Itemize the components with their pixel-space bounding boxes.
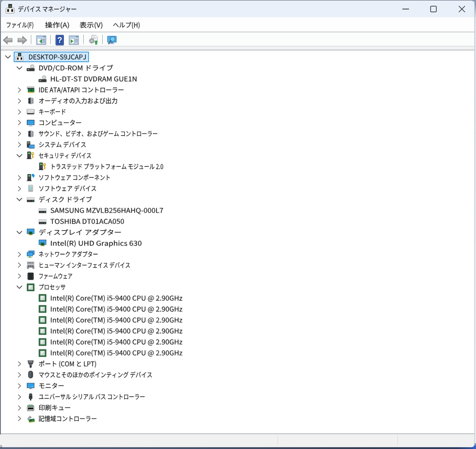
svg-text:?: ? (57, 36, 62, 45)
